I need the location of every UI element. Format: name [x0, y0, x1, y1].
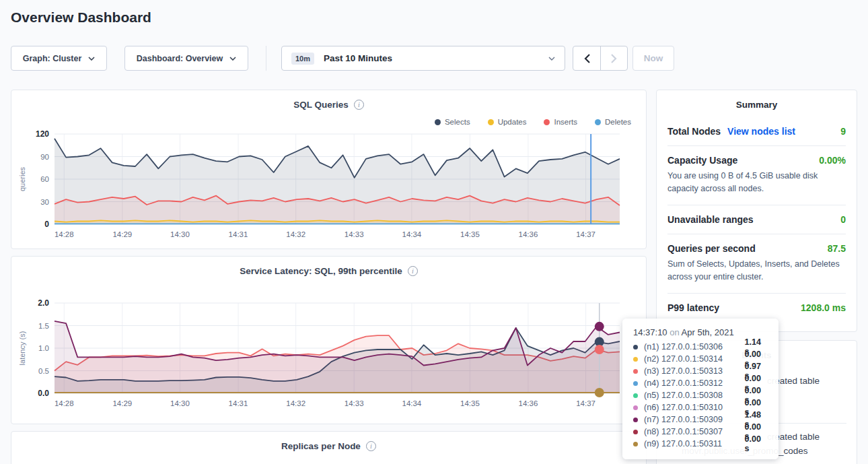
summary-divider	[667, 234, 846, 234]
summary-row-label: Unavailable ranges	[667, 214, 754, 225]
graph-dropdown-label: Graph: Cluster	[23, 54, 82, 63]
prev-time-button[interactable]	[573, 46, 600, 70]
service-latency-card: Service Latency: SQL, 99th percentile i …	[11, 256, 647, 424]
service-latency-title: Service Latency: SQL, 99th percentile	[240, 266, 402, 276]
service-latency-chart[interactable]: 0.00.51.01.52.0latency (s)14:2814:2914:3…	[17, 298, 642, 410]
svg-text:14:33: 14:33	[345, 399, 364, 407]
legend-item-updates[interactable]: Updates	[488, 117, 527, 127]
summary-row-value: 0	[840, 214, 846, 225]
summary-title: Summary	[667, 100, 846, 110]
svg-text:14:29: 14:29	[112, 230, 132, 238]
svg-text:0.0: 0.0	[38, 389, 49, 398]
legend-dot	[488, 119, 494, 125]
replicas-per-node-title: Replicas per Node	[281, 441, 361, 451]
summary-divider	[667, 145, 846, 146]
view-nodes-list-link[interactable]: View nodes list	[727, 126, 795, 137]
svg-text:14:33: 14:33	[345, 230, 364, 238]
svg-text:60: 60	[40, 175, 49, 183]
svg-text:14:32: 14:32	[286, 230, 305, 238]
svg-text:14:32: 14:32	[286, 399, 305, 407]
time-range-dropdown[interactable]: 10m Past 10 Minutes	[281, 46, 565, 71]
summary-row-value: 0.00%	[819, 155, 846, 166]
svg-text:0.5: 0.5	[38, 367, 49, 375]
svg-text:14:37: 14:37	[576, 230, 595, 238]
summary-row-subtext: Sum of Selects, Updates, Inserts, and De…	[667, 258, 846, 284]
summary-row-value: 1208.0 ms	[801, 302, 846, 313]
sql-queries-legend: SelectsUpdatesInsertsDeletes	[17, 117, 641, 127]
now-button[interactable]: Now	[632, 46, 674, 71]
chart-hover-tooltip: 14:37:10 on Apr 5th, 2021 (n1) 127.0.0.1…	[622, 319, 779, 459]
summary-row: Unavailable ranges0	[667, 214, 846, 225]
summary-row: P99 latency1208.0 ms	[667, 302, 846, 313]
chevron-left-icon	[584, 54, 590, 63]
legend-dot	[544, 119, 550, 125]
svg-text:14:34: 14:34	[402, 230, 421, 238]
node-address: (n7) 127.0.0.1:50309	[644, 415, 745, 424]
next-time-button[interactable]	[600, 46, 627, 70]
legend-item-deletes[interactable]: Deletes	[595, 117, 631, 127]
replicas-per-node-card: Replicas per Node i	[11, 431, 647, 464]
summary-divider	[667, 293, 846, 294]
summary-row-value: 9	[840, 126, 846, 137]
series-dot	[633, 430, 638, 434]
info-icon[interactable]: i	[408, 266, 418, 276]
svg-text:14:36: 14:36	[519, 230, 538, 238]
svg-text:0: 0	[44, 220, 49, 229]
svg-text:2.0: 2.0	[38, 298, 49, 308]
node-address: (n6) 127.0.0.1:50310	[644, 403, 745, 412]
series-dot	[633, 393, 638, 398]
page-title: Overview Dashboard	[11, 9, 151, 26]
svg-text:14:31: 14:31	[229, 230, 248, 238]
svg-text:14:30: 14:30	[170, 399, 190, 407]
node-address: (n1) 127.0.0.1:50306	[644, 342, 745, 352]
summary-row: Total NodesView nodes list9	[667, 126, 846, 137]
series-dot	[633, 442, 638, 446]
node-address: (n8) 127.0.0.1:50307	[644, 427, 745, 436]
summary-row-value: 87.5	[828, 243, 846, 254]
sql-queries-card: SQL Queries i SelectsUpdatesInsertsDelet…	[11, 90, 647, 249]
summary-row: Capacity Usage0.00%You are using 0 B of …	[667, 155, 846, 196]
svg-text:90: 90	[40, 153, 49, 161]
node-address: (n5) 127.0.0.1:50308	[644, 391, 745, 400]
toolbar: Graph: Cluster Dashboard: Overview 10m P…	[11, 46, 674, 71]
summary-row: Queries per second87.5Sum of Selects, Up…	[667, 243, 846, 284]
time-step-buttons	[573, 46, 628, 71]
dashboard-dropdown[interactable]: Dashboard: Overview	[124, 46, 248, 71]
svg-text:14:36: 14:36	[519, 399, 538, 407]
series-dot	[633, 405, 638, 410]
legend-dot	[595, 119, 601, 125]
info-icon[interactable]: i	[354, 100, 364, 110]
tooltip-node-row: (n9) 127.0.0.1:503110.00 s	[633, 438, 768, 450]
series-dot	[633, 418, 638, 422]
summary-row-label: Total Nodes	[667, 126, 721, 137]
svg-text:14:34: 14:34	[402, 399, 421, 407]
series-dot	[633, 345, 638, 350]
series-dot	[633, 381, 638, 386]
legend-dot	[435, 119, 441, 125]
legend-item-inserts[interactable]: Inserts	[544, 117, 577, 127]
tooltip-timestamp: 14:37:10 on Apr 5th, 2021	[633, 327, 768, 337]
svg-text:14:28: 14:28	[55, 230, 74, 238]
sql-queries-title: SQL Queries	[293, 100, 349, 110]
node-address: (n4) 127.0.0.1:50312	[644, 378, 745, 388]
svg-text:latency (s): latency (s)	[18, 331, 26, 366]
svg-text:1.5: 1.5	[38, 322, 49, 330]
graph-dropdown[interactable]: Graph: Cluster	[11, 46, 107, 71]
legend-item-selects[interactable]: Selects	[435, 117, 470, 127]
summary-row-label: Queries per second	[667, 243, 756, 254]
svg-text:14:37: 14:37	[576, 399, 595, 407]
info-icon[interactable]: i	[366, 441, 376, 451]
series-dot	[633, 369, 638, 374]
chevron-down-icon	[229, 57, 236, 61]
svg-text:14:28: 14:28	[55, 399, 74, 407]
svg-text:1.0: 1.0	[38, 344, 49, 352]
sql-queries-chart[interactable]: 0306090120queries14:2814:2914:3014:3114:…	[17, 129, 642, 241]
svg-text:14:35: 14:35	[460, 230, 480, 238]
charts-column: SQL Queries i SelectsUpdatesInsertsDelet…	[11, 90, 647, 464]
node-address: (n9) 127.0.0.1:50311	[644, 439, 745, 449]
summary-divider	[667, 205, 846, 205]
svg-text:14:35: 14:35	[460, 399, 480, 407]
time-range-badge: 10m	[291, 53, 314, 65]
summary-panel: Summary Total NodesView nodes list9Capac…	[656, 90, 857, 332]
summary-rows: Total NodesView nodes list9Capacity Usag…	[667, 126, 846, 313]
